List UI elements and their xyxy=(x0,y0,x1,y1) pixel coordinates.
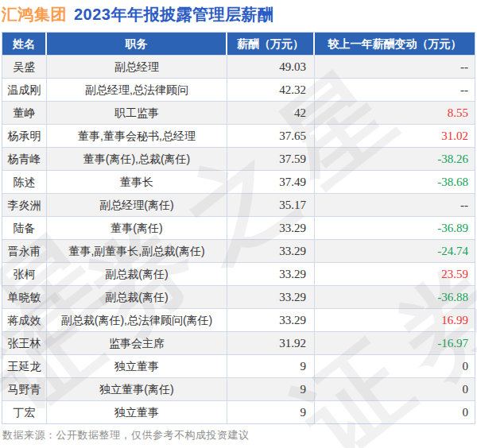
cell-name: 张柯 xyxy=(2,263,47,285)
cell-salary: 42 xyxy=(227,102,315,124)
cell-salary: 31.92 xyxy=(227,332,315,354)
page-title: 汇鸿集团2023年年报披露管理层薪酬 xyxy=(2,4,274,25)
table-row: 杨青峰 董事(离任),总裁(离任) 37.59 -38.26 xyxy=(2,147,475,170)
cell-name: 董峥 xyxy=(2,102,47,124)
table-row: 张柯 副总裁(离任) 33.29 23.59 xyxy=(2,262,475,285)
table-row: 晋永甫 董事,副董事长,副总裁(离任) 33.29 -24.74 xyxy=(2,239,475,262)
cell-position: 独立董事(离任) xyxy=(47,378,227,400)
cell-name: 蒋成效 xyxy=(2,309,47,331)
cell-name: 温成刚 xyxy=(2,79,47,101)
header-change: 较上一年薪酬变动（万元） xyxy=(315,33,475,55)
cell-name: 陆备 xyxy=(2,217,47,239)
cell-name: 马野青 xyxy=(2,378,47,400)
cell-name: 杨承明 xyxy=(2,125,47,147)
cell-position: 独立董事 xyxy=(47,401,227,423)
table-row: 单晓敏 副总裁(离任) 33.29 -36.88 xyxy=(2,285,475,308)
header-name: 姓名 xyxy=(2,33,47,55)
cell-change: -38.68 xyxy=(315,171,475,193)
table-row: 李炎洲 副总经理(离任) 35.17 -- xyxy=(2,193,475,216)
cell-salary: 33.29 xyxy=(227,309,315,331)
cell-change: 0 xyxy=(315,355,475,377)
cell-name: 王延龙 xyxy=(2,355,47,377)
table-row: 马野青 独立董事(离任) 9 0 xyxy=(2,377,475,400)
header-salary: 薪酬（万元） xyxy=(227,33,315,55)
cell-position: 副总经理 xyxy=(47,56,227,78)
cell-change: -- xyxy=(315,79,475,101)
cell-salary: 33.29 xyxy=(227,240,315,262)
cell-salary: 33.29 xyxy=(227,263,315,285)
cell-position: 副总裁(离任) xyxy=(47,286,227,308)
cell-position: 监事会主席 xyxy=(47,332,227,354)
table-header-row: 姓名 职务 薪酬（万元） 较上一年薪酬变动（万元） xyxy=(2,33,475,55)
cell-position: 董事,副董事长,副总裁(离任) xyxy=(47,240,227,262)
cell-position: 董事(离任),总裁(离任) xyxy=(47,148,227,170)
cell-change: -36.88 xyxy=(315,286,475,308)
table-row: 吴盛 副总经理 49.03 -- xyxy=(2,55,475,78)
cell-change: -24.74 xyxy=(315,240,475,262)
cell-position: 副总经理,总法律顾问 xyxy=(47,79,227,101)
cell-name: 吴盛 xyxy=(2,56,47,78)
cell-name: 单晓敏 xyxy=(2,286,47,308)
cell-position: 独立董事 xyxy=(47,355,227,377)
cell-change: -- xyxy=(315,56,475,78)
cell-change: 31.02 xyxy=(315,125,475,147)
management-salary-table: 姓名 职务 薪酬（万元） 较上一年薪酬变动（万元） 吴盛 副总经理 49.03 … xyxy=(2,32,475,424)
cell-salary: 37.49 xyxy=(227,171,315,193)
cell-salary: 37.59 xyxy=(227,148,315,170)
cell-position: 董事(离任) xyxy=(47,217,227,239)
cell-position: 董事,董事会秘书,总经理 xyxy=(47,125,227,147)
table-row: 丁宏 独立董事 9 0 xyxy=(2,400,475,423)
table-body: 吴盛 副总经理 49.03 -- 温成刚 副总经理,总法律顾问 42.32 --… xyxy=(2,55,475,423)
table-row: 温成刚 副总经理,总法律顾问 42.32 -- xyxy=(2,78,475,101)
cell-salary: 37.65 xyxy=(227,125,315,147)
cell-name: 陈述 xyxy=(2,171,47,193)
cell-salary: 9 xyxy=(227,355,315,377)
header-position: 职务 xyxy=(47,33,227,55)
cell-position: 副总经理(离任) xyxy=(47,194,227,216)
cell-position: 职工监事 xyxy=(47,102,227,124)
data-source-note: 数据来源：公开数据整理，仅供参考不构成投资建议 xyxy=(2,428,250,442)
cell-change: -36.89 xyxy=(315,217,475,239)
cell-name: 杨青峰 xyxy=(2,148,47,170)
company-name: 汇鸿集团 xyxy=(2,6,67,23)
cell-name: 张王林 xyxy=(2,332,47,354)
table-row: 陆备 董事(离任) 33.29 -36.89 xyxy=(2,216,475,239)
cell-salary: 42.32 xyxy=(227,79,315,101)
table-row: 陈述 董事长 37.49 -38.68 xyxy=(2,170,475,193)
cell-position: 副总裁(离任),总法律顾问(离任) xyxy=(47,309,227,331)
cell-change: -38.26 xyxy=(315,148,475,170)
cell-change: 0 xyxy=(315,378,475,400)
table-row: 杨承明 董事,董事会秘书,总经理 37.65 31.02 xyxy=(2,124,475,147)
cell-name: 丁宏 xyxy=(2,401,47,423)
table-row: 蒋成效 副总裁(离任),总法律顾问(离任) 33.29 16.99 xyxy=(2,308,475,331)
cell-name: 晋永甫 xyxy=(2,240,47,262)
title-text: 2023年年报披露管理层薪酬 xyxy=(74,6,274,23)
cell-change: 8.55 xyxy=(315,102,475,124)
table-row: 张王林 监事会主席 31.92 -16.97 xyxy=(2,331,475,354)
table-row: 董峥 职工监事 42 8.55 xyxy=(2,101,475,124)
table-row: 王延龙 独立董事 9 0 xyxy=(2,354,475,377)
cell-change: 16.99 xyxy=(315,309,475,331)
report-page: 汇鸿集团2023年年报披露管理层薪酬 姓名 职务 薪酬（万元） 较上一年薪酬变动… xyxy=(0,0,477,448)
cell-change: 0 xyxy=(315,401,475,423)
cell-position: 副总裁(离任) xyxy=(47,263,227,285)
cell-change: -- xyxy=(315,194,475,216)
cell-salary: 49.03 xyxy=(227,56,315,78)
cell-salary: 33.29 xyxy=(227,217,315,239)
cell-salary: 9 xyxy=(227,401,315,423)
cell-salary: 35.17 xyxy=(227,194,315,216)
cell-salary: 9 xyxy=(227,378,315,400)
cell-change: -16.97 xyxy=(315,332,475,354)
cell-name: 李炎洲 xyxy=(2,194,47,216)
cell-salary: 33.29 xyxy=(227,286,315,308)
cell-position: 董事长 xyxy=(47,171,227,193)
cell-change: 23.59 xyxy=(315,263,475,285)
